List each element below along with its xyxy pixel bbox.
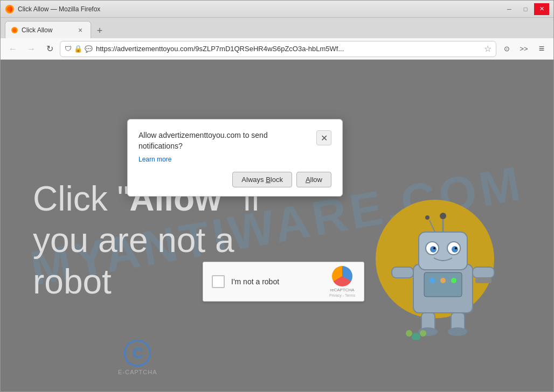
tab-close-button[interactable]: × — [75, 25, 85, 35]
page-content: MYANTIWARE.COM Click "Allow" if you are … — [1, 60, 553, 391]
ecaptcha-label: E-CAPTCHA — [118, 369, 157, 375]
url-text: https://advertizementtoyou.com/9sZLP7mD1… — [96, 45, 481, 53]
browser-window: Click Allow — Mozilla Firefox ─ □ ✕ Clic… — [0, 0, 554, 392]
recaptcha-subtext: Privacy - Terms — [329, 293, 355, 297]
window-title: Click Allow — Mozilla Firefox — [18, 5, 100, 13]
minimize-button[interactable]: ─ — [502, 3, 517, 15]
svg-rect-16 — [392, 267, 413, 278]
popup-title: Allow advertizementtoyou.com to send not… — [138, 130, 311, 151]
main-text-click: Click " — [33, 179, 129, 218]
url-security-icons: 🛡 🔒 💬 — [65, 45, 93, 53]
back-button[interactable]: ← — [5, 41, 21, 57]
recaptcha-brand-text: reCAPTCHA — [330, 288, 354, 292]
recaptcha-widget[interactable]: I'm not a robot reCAPTCHA Privacy - Term… — [203, 262, 364, 302]
forward-button[interactable]: → — [23, 41, 39, 57]
tab-favicon-icon — [11, 26, 18, 34]
tab-bar: Click Allow × + — [1, 18, 553, 38]
svg-point-7 — [440, 213, 446, 219]
page-body: Click "Allow" if you are not a robot — [1, 60, 553, 391]
svg-point-28 — [406, 330, 412, 337]
allow-button[interactable]: Allow — [296, 172, 331, 187]
svg-point-12 — [430, 246, 437, 253]
pocket-button[interactable]: ⊙ — [498, 41, 515, 57]
maximize-button[interactable]: □ — [518, 3, 533, 15]
title-bar-left: Click Allow — Mozilla Firefox — [5, 4, 100, 14]
menu-button[interactable]: ≡ — [533, 41, 549, 57]
popup-learn-more-link[interactable]: Learn more — [138, 156, 331, 163]
title-bar: Click Allow — Mozilla Firefox ─ □ ✕ — [1, 1, 553, 18]
notification-popup: Allow advertizementtoyou.com to send not… — [127, 119, 343, 197]
info-icon: 💬 — [85, 45, 93, 53]
firefox-icon — [5, 4, 15, 14]
svg-rect-18 — [475, 278, 491, 283]
svg-line-8 — [430, 220, 435, 232]
shield-icon: 🛡 — [65, 45, 72, 53]
svg-point-3 — [13, 28, 17, 32]
url-bar[interactable]: 🛡 🔒 💬 https://advertizementtoyou.com/9sZ… — [60, 41, 496, 57]
ecaptcha-letter: C — [132, 345, 143, 362]
popup-close-button[interactable]: ✕ — [316, 130, 331, 145]
ecaptcha-section: C E-CAPTCHA — [118, 340, 157, 375]
robot-area — [359, 178, 510, 340]
popup-header: Allow advertizementtoyou.com to send not… — [138, 130, 331, 151]
main-text-line2: you are not a — [33, 220, 260, 261]
svg-point-24 — [430, 278, 435, 283]
svg-point-26 — [451, 278, 456, 283]
new-tab-button[interactable]: + — [92, 23, 107, 38]
recaptcha-arc-icon — [332, 266, 352, 286]
nav-bar: ← → ↻ 🛡 🔒 💬 https://advertizementtoyou.c… — [1, 38, 553, 60]
allow-label: Allow — [306, 176, 322, 184]
svg-point-9 — [425, 215, 430, 220]
svg-point-25 — [440, 278, 446, 283]
extensions-button[interactable]: >> — [516, 41, 532, 57]
refresh-button[interactable]: ↻ — [41, 41, 58, 57]
lock-icon: 🔒 — [74, 45, 82, 53]
svg-point-13 — [452, 246, 458, 253]
always-block-label: Always Block — [241, 176, 283, 184]
robot-image — [370, 178, 510, 340]
bookmark-star-icon[interactable]: ☆ — [484, 44, 491, 54]
popup-buttons: Always Block Allow — [138, 172, 331, 187]
active-tab[interactable]: Click Allow × — [5, 21, 91, 38]
close-button[interactable]: ✕ — [534, 3, 549, 15]
always-block-button[interactable]: Always Block — [232, 172, 292, 187]
svg-rect-23 — [424, 272, 462, 297]
svg-rect-17 — [473, 267, 494, 278]
svg-point-14 — [433, 247, 435, 249]
nav-extras: ⊙ >> ≡ — [498, 41, 549, 57]
window-controls: ─ □ ✕ — [502, 3, 549, 15]
recaptcha-label: I'm not a robot — [231, 277, 323, 286]
svg-point-15 — [455, 247, 457, 249]
recaptcha-checkbox[interactable] — [212, 275, 225, 288]
svg-point-22 — [448, 327, 467, 336]
svg-point-29 — [420, 330, 426, 337]
recaptcha-logo: reCAPTCHA Privacy - Terms — [329, 266, 355, 297]
svg-point-27 — [412, 333, 420, 340]
tab-label: Click Allow — [22, 26, 72, 34]
ecaptcha-logo: C — [124, 340, 151, 367]
